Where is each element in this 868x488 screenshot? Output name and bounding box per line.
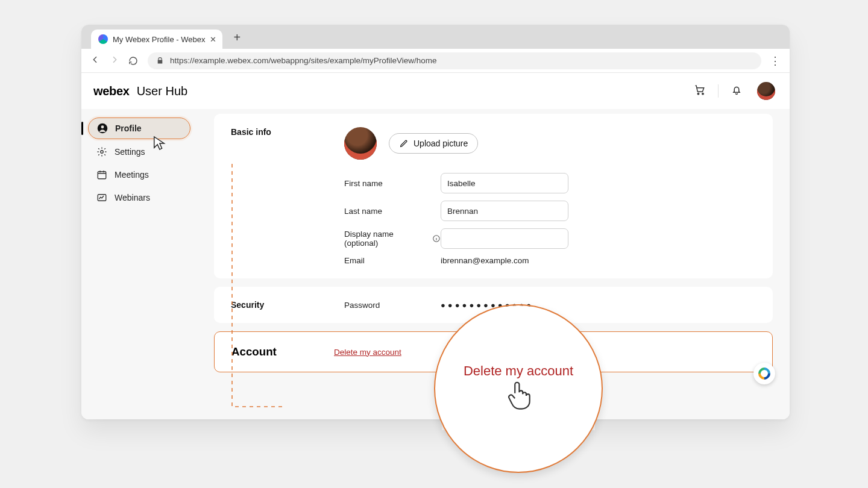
profile-picture [344,127,377,160]
gear-icon [96,146,107,157]
email-label: Email [344,256,441,265]
upload-picture-label: Upload picture [414,139,468,148]
help-badge[interactable] [753,363,775,384]
sidebar-item-meetings[interactable]: Meetings [88,164,190,185]
display-name-label: Display name (optional) [344,230,429,248]
close-tab-icon[interactable]: ✕ [210,35,216,44]
user-icon [97,123,108,134]
header-divider [718,84,719,98]
browser-window: My Webex Profile - Webex ✕ + https://exa… [81,25,790,419]
password-label: Password [344,301,441,310]
webex-favicon-icon [98,34,108,44]
brand-secondary: User Hub [137,84,187,98]
reload-button[interactable] [128,56,139,66]
browser-tab[interactable]: My Webex Profile - Webex ✕ [91,30,222,49]
zoom-callout: Delete my account [434,304,603,473]
sidebar-item-label: Profile [115,124,142,133]
basic-info-card: Basic info Upload picture First name [214,114,773,278]
pencil-icon [399,139,409,148]
section-title: Account [231,345,334,358]
pointer-hand-icon [505,380,532,414]
display-name-input[interactable] [441,228,568,249]
browser-tab-strip: My Webex Profile - Webex ✕ + [81,25,790,49]
avatar[interactable] [757,82,775,100]
forward-button[interactable] [109,55,120,67]
app-root: webex User Hub Profile [81,73,790,419]
back-button[interactable] [90,55,101,67]
email-value: ibrennan@example.com [441,256,573,265]
svg-point-4 [101,151,104,154]
zoom-delete-text: Delete my account [464,363,573,379]
sidebar-item-label: Meetings [115,170,149,180]
sidebar-item-label: Settings [115,147,145,157]
sidebar-item-settings[interactable]: Settings [88,142,190,162]
lock-icon [156,57,164,64]
sidebar-item-label: Webinars [115,193,150,202]
sidebar-item-profile[interactable]: Profile [88,117,190,139]
ring-icon [756,365,773,382]
info-icon[interactable] [432,234,441,243]
last-name-label: Last name [344,207,441,216]
app-header: webex User Hub [81,73,790,109]
url-text: https://example.webex.com/webappng/sites… [170,56,436,65]
section-title: Basic info [231,127,333,265]
first-name-input[interactable] [441,173,568,193]
chart-icon [96,192,107,203]
svg-point-1 [702,93,703,95]
svg-point-3 [101,125,104,128]
calendar-icon [96,169,107,180]
password-mask: ●●●●●●●●●●●●● [441,301,756,310]
last-name-input[interactable] [441,201,568,221]
brand-primary: webex [93,84,130,98]
first-name-label: First name [344,179,441,188]
section-title: Security [231,300,333,310]
bell-icon[interactable] [726,84,747,98]
sidebar-item-webinars[interactable]: Webinars [88,187,190,208]
cart-icon[interactable] [689,84,711,98]
sidebar: Profile Settings Meetings [81,114,202,419]
browser-tab-title: My Webex Profile - Webex [113,35,205,44]
browser-address-bar: https://example.webex.com/webappng/sites… [81,49,790,73]
upload-picture-button[interactable]: Upload picture [389,133,478,154]
url-field[interactable]: https://example.webex.com/webappng/sites… [148,52,761,69]
svg-point-0 [697,93,699,95]
browser-menu-button[interactable]: ⋮ [770,54,781,67]
new-tab-button[interactable]: + [230,31,244,45]
svg-rect-5 [98,172,106,179]
